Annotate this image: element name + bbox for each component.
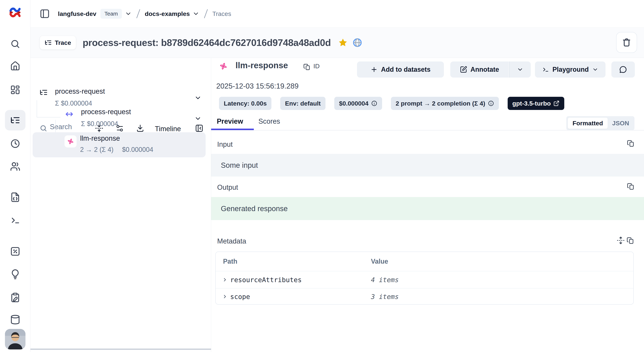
annotation-clipboard-pen-icon[interactable] [10,292,20,303]
org-chevron-down-icon[interactable] [125,10,132,17]
input-content: Some input [211,154,644,176]
env-badge: Env: default [280,97,326,110]
observation-title: llm-response [236,60,288,70]
comments-button[interactable] [612,61,635,78]
metadata-table: Path Value resourceAttributes 4 items sc… [215,252,634,305]
view-toggle: Formatted JSON [566,116,634,130]
input-heading: Input [217,141,233,148]
external-link-icon [553,100,560,107]
nav-rail [0,0,30,352]
tab-scores[interactable]: Scores [258,117,280,125]
chevron-down-icon [592,66,598,73]
trace-header: Trace process-request: b8789d62464dc7627… [30,27,644,58]
breadcrumb-separator [136,9,140,18]
delete-trace-button[interactable] [616,32,637,53]
tree-node-label[interactable]: llm-response [80,135,120,142]
playground-button[interactable]: Playground [535,61,606,78]
download-icon[interactable] [136,124,144,133]
tracing-icon[interactable] [10,115,20,125]
trash-icon [622,38,631,47]
add-to-datasets-label: Add to datasets [381,66,430,73]
horizontal-scrollbar[interactable] [30,349,211,350]
latency-badge: Latency: 0.00s [219,97,272,110]
breadcrumb-separator [204,9,208,18]
langfuse-logo[interactable] [7,5,23,20]
chevron-right-icon[interactable] [222,294,228,299]
observation-detail-panel: llm-response ID Add to datasets Annotate… [211,58,644,352]
tree-node-cost: $0.000004 [122,146,153,154]
observation-timestamp: 2025-12-03 15:56:19.289 [216,82,298,90]
tree-guide-line [37,117,60,117]
trace-type-badge: Trace [40,36,76,50]
tree-node-label[interactable]: process-request [55,87,105,95]
sidebar-toggle-icon[interactable] [40,8,50,19]
usage-badge: 2 prompt → 2 completion (Σ 4) [391,97,499,110]
toggle-json[interactable]: JSON [608,120,634,127]
output-heading: Output [217,183,238,191]
trace-badge-label: Trace [55,39,71,46]
generation-pinwheel-icon [66,137,75,146]
copy-id-icon[interactable] [303,63,311,71]
project-name[interactable]: docs-examples [145,10,190,17]
span-arrows-icon [64,109,74,119]
copy-input-icon[interactable] [627,140,635,147]
chevron-down-icon [517,66,524,73]
panel-collapse-icon[interactable] [195,124,204,133]
table-row[interactable]: scope 3 items [216,289,633,305]
playground-label: Playground [552,66,589,73]
copy-metadata-icon[interactable] [626,237,634,244]
square-pen-icon [460,66,467,73]
scores-percent-icon[interactable] [10,246,20,256]
comment-bubble-icon [619,65,627,74]
info-icon[interactable] [488,100,494,107]
plus-icon [370,66,378,73]
trace-tree-icon [40,88,48,97]
annotate-dropdown-button[interactable] [509,61,531,78]
metadata-value: 4 items [371,276,399,284]
collapse-chevron-icon[interactable] [194,115,202,122]
id-label[interactable]: ID [314,63,320,70]
organization-name[interactable]: langfuse-dev [58,10,96,17]
playground-terminal-icon[interactable] [10,215,20,225]
model-badge[interactable]: gpt-3.5-turbo [508,97,564,110]
top-bar: langfuse-dev Team docs-examples Traces [30,0,644,27]
home-icon[interactable] [10,61,20,71]
users-icon[interactable] [10,161,20,172]
breadcrumb-section[interactable]: Traces [212,10,231,17]
unfold-vertical-icon[interactable] [617,236,625,244]
table-row[interactable]: resourceAttributes 4 items [216,271,633,288]
collapse-chevron-icon[interactable] [194,94,202,102]
generation-icon-tile [64,135,76,148]
timeline-toggle[interactable]: Timeline [155,125,181,133]
tab-preview[interactable]: Preview [217,117,243,125]
generation-pinwheel-icon [219,62,228,71]
column-header-path: Path [223,252,237,271]
terminal-icon [542,66,549,73]
public-globe-icon[interactable] [352,38,362,48]
annotate-button[interactable]: Annotate [450,61,508,78]
prompts-file-json-icon[interactable] [10,192,20,202]
datasets-database-icon[interactable] [10,315,20,325]
search-icon [40,124,47,132]
chevron-right-icon[interactable] [222,277,228,283]
cost-badge: $0.000004 [334,97,382,110]
sessions-clock-icon[interactable] [10,139,20,149]
toggle-formatted[interactable]: Formatted [568,118,608,129]
search-icon[interactable] [10,39,20,49]
bookmark-star-icon[interactable] [338,38,348,47]
add-to-datasets-button[interactable]: Add to datasets [357,61,444,78]
project-chevron-down-icon[interactable] [192,10,200,17]
insights-lightbulb-icon[interactable] [10,269,20,279]
metadata-path: resourceAttributes [230,276,302,284]
tree-node-label[interactable]: process-request [81,108,131,116]
copy-output-icon[interactable] [627,182,635,190]
tree-node-cost: Σ $0.000004 [55,100,92,107]
dashboard-icon[interactable] [10,85,20,95]
metadata-value: 3 items [371,293,399,300]
tree-guide-line [37,100,37,117]
org-type-badge: Team [100,9,122,19]
info-icon[interactable] [371,100,377,107]
metadata-path: scope [230,293,250,300]
user-avatar[interactable] [5,329,26,350]
tree-node-tokens: 2 → 2 (Σ 4) [80,146,114,154]
